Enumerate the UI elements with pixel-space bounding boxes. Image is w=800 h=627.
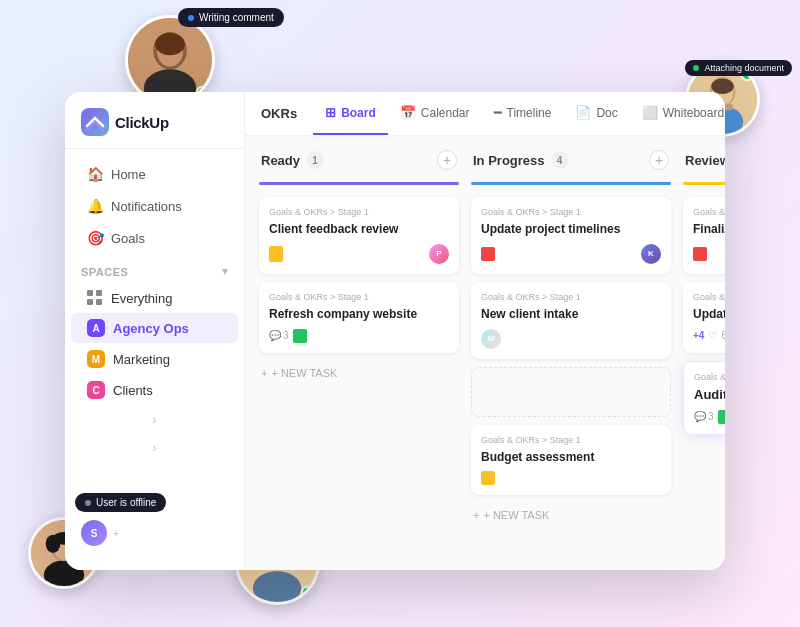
card-actions-2: 💬 3 [269, 329, 449, 343]
col-divider-review [683, 182, 725, 185]
marketing-letter: M [92, 354, 100, 365]
sidebar-nav-goals[interactable]: 🎯 Goals [71, 223, 238, 253]
offline-badge: User is offline [75, 493, 166, 512]
offline-dot [85, 500, 91, 506]
red-flag-p1 [481, 247, 495, 261]
card-meta-2: Goals & OKRs > Stage 1 [269, 292, 449, 302]
kanban-col-ready: Ready 1 + Goals & OKRs > Stage 1 Client … [259, 150, 459, 556]
tab-board-label: Board [341, 106, 376, 120]
writing-comment-badge: Writing comment [178, 8, 284, 27]
sidebar-item-everything[interactable]: Everything [71, 284, 238, 312]
task-card-update-timelines[interactable]: Goals & OKRs > Stage 1 Update project ti… [471, 197, 671, 274]
col-title-ready: Ready [261, 153, 300, 168]
card-footer-p1: K [481, 244, 661, 264]
card-title-r3: Audit creative performance [694, 386, 725, 404]
comment-icon-r3: 💬 [694, 411, 706, 422]
new-task-btn-ready[interactable]: + + NEW TASK [259, 361, 459, 385]
col-header-review: Review 1 + [683, 150, 725, 174]
task-card-update-objectives[interactable]: Goals & OKRs > Stage 1 Update crucial ke… [683, 282, 725, 353]
task-card-client-feedback[interactable]: Goals & OKRs > Stage 1 Client feedback r… [259, 197, 459, 274]
card-footer-p2: M [481, 329, 661, 349]
new-task-btn-progress[interactable]: + + NEW TASK [471, 503, 671, 527]
action-count-r3: 💬 3 [694, 411, 714, 422]
bell-icon: 🔔 [87, 198, 103, 214]
col-header-ready: Ready 1 + [259, 150, 459, 174]
green-tag-r3 [718, 410, 725, 424]
flag-icon-1 [269, 246, 283, 262]
expand-btn-2[interactable]: › [65, 435, 244, 461]
badge-dot-2 [693, 65, 699, 71]
col-header-progress: In Progress 4 + [471, 150, 671, 174]
agency-letter: A [92, 323, 99, 334]
tab-calendar[interactable]: 📅 Calendar [388, 92, 482, 135]
tab-doc[interactable]: 📄 Doc [563, 92, 629, 135]
green-tag-2 [293, 329, 307, 343]
comment-icon-2: 💬 [269, 330, 281, 341]
task-card-budget[interactable]: Goals & OKRs > Stage 1 Budget assessment [471, 425, 671, 496]
card-title-1: Client feedback review [269, 221, 449, 238]
user-avatar-letter: S [91, 528, 98, 539]
task-card-refresh-website[interactable]: Goals & OKRs > Stage 1 Refresh company w… [259, 282, 459, 353]
logo-text: ClickUp [115, 114, 169, 131]
kanban-col-review: Review 1 + Goals & OKRs > Stage 1 Finali… [683, 150, 725, 556]
tab-calendar-label: Calendar [421, 106, 470, 120]
red-flag-r1 [693, 247, 707, 261]
nav-goals-label: Goals [111, 231, 145, 246]
sidebar-nav-notifications[interactable]: 🔔 Notifications [71, 191, 238, 221]
col-add-ready[interactable]: + [437, 150, 457, 170]
comment-count-2: 3 [283, 330, 289, 341]
new-task-label-ready: + NEW TASK [271, 367, 337, 379]
card-actions-r3: 💬 3 [694, 410, 725, 424]
card-title-p3: Budget assessment [481, 449, 661, 466]
svg-point-10 [711, 78, 733, 94]
badge-dot [188, 15, 194, 21]
clients-dot: C [87, 381, 105, 399]
card-title-r1: Finalize project scope [693, 221, 725, 238]
card-title-p2: New client intake [481, 306, 661, 323]
marketing-dot: M [87, 350, 105, 368]
board-area: Ready 1 + Goals & OKRs > Stage 1 Client … [245, 136, 725, 570]
like-icon-r2: ♡ [708, 330, 717, 341]
task-card-new-client-intake[interactable]: Goals & OKRs > Stage 1 New client intake… [471, 282, 671, 359]
new-task-label-progress: + NEW TASK [483, 509, 549, 521]
logo-area: ClickUp [65, 108, 244, 149]
col-title-group-progress: In Progress 4 [473, 151, 569, 169]
space-agency-label: Agency Ops [113, 321, 189, 336]
comment-count-r3: 3 [708, 411, 714, 422]
chevron-down-icon: ▾ [222, 265, 229, 278]
sidebar-item-marketing[interactable]: M Marketing [71, 344, 238, 374]
sidebar-item-agency-ops[interactable]: A Agency Ops [71, 313, 238, 343]
online-indicator-3 [301, 586, 313, 598]
card-meta-r1: Goals & OKRs > Stage 1 [693, 207, 725, 217]
tab-board[interactable]: ⊞ Board [313, 92, 388, 135]
task-card-audit-performance[interactable]: Goals & OKRs > Stage 1 Audit creative pe… [683, 361, 725, 435]
kanban-col-in-progress: In Progress 4 + Goals & OKRs > Stage 1 U… [471, 150, 671, 556]
extra-count-r2: +4 [693, 330, 704, 341]
card-footer-r1: L [693, 244, 725, 264]
new-task-plus-ready: + [261, 367, 267, 379]
expand-btn-1[interactable]: › [65, 407, 244, 433]
card-meta-1: Goals & OKRs > Stage 1 [269, 207, 449, 217]
space-clients-label: Clients [113, 383, 153, 398]
card-meta-p2: Goals & OKRs > Stage 1 [481, 292, 661, 302]
attaching-document-badge: Attaching document [685, 60, 792, 76]
sidebar: ClickUp 🏠 Home 🔔 Notifications 🎯 Goals S… [65, 92, 245, 570]
yellow-flag-p3 [481, 471, 495, 485]
grid-icon [87, 290, 103, 306]
card-meta-r3: Goals & OKRs > Stage 1 [694, 372, 725, 382]
task-card-finalize-scope[interactable]: Goals & OKRs > Stage 1 Finalize project … [683, 197, 725, 274]
card-actions-r2: +4 ♡ 6 [693, 329, 725, 343]
user-avatar-extra: + [113, 528, 119, 539]
card-footer-1: P [269, 244, 449, 264]
sidebar-item-clients[interactable]: C Clients [71, 375, 238, 405]
sidebar-nav-home[interactable]: 🏠 Home [71, 159, 238, 189]
tab-timeline-label: Timeline [507, 106, 552, 120]
col-add-progress[interactable]: + [649, 150, 669, 170]
tab-whiteboard[interactable]: ⬜ Whiteboard [630, 92, 725, 135]
attaching-document-text: Attaching document [704, 63, 784, 73]
spaces-section-title: Spaces ▾ [65, 255, 244, 282]
card-title-r2: Update crucial key objectives [693, 306, 725, 323]
nav-home-label: Home [111, 167, 146, 182]
home-icon: 🏠 [87, 166, 103, 182]
tab-timeline[interactable]: ━ Timeline [482, 92, 564, 135]
